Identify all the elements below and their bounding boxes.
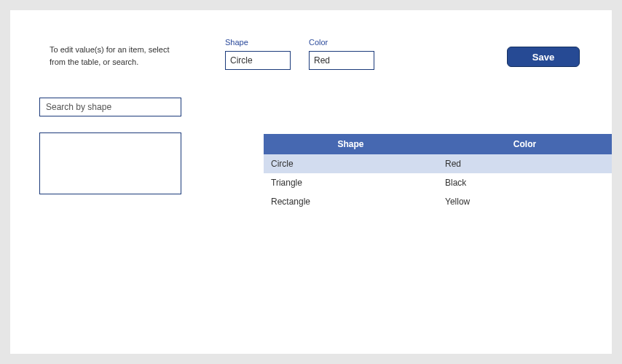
table-cell-color: Black [438, 173, 612, 192]
table-cell-color: Red [438, 154, 612, 173]
table-cell-color: Yellow [438, 192, 612, 211]
search-results-box[interactable] [39, 132, 181, 194]
table-header-color: Color [438, 134, 612, 154]
table-header-row: Shape Color [264, 134, 612, 154]
table-cell-shape: Triangle [264, 173, 438, 192]
app-canvas: To edit value(s) for an item, select fro… [10, 10, 612, 354]
table-row[interactable]: Circle Red [264, 154, 612, 173]
table-row[interactable]: Triangle Black [264, 173, 612, 192]
table-header-shape: Shape [264, 134, 438, 154]
color-field-label: Color [309, 38, 374, 47]
color-field-group: Color [309, 38, 374, 70]
table-cell-shape: Circle [264, 154, 438, 173]
shape-input[interactable] [225, 51, 291, 70]
color-input[interactable] [309, 51, 374, 70]
items-table: Shape Color Circle Red Triangle Black Re… [264, 134, 612, 211]
search-input[interactable] [39, 98, 181, 116]
instructions-text: To edit value(s) for an item, select fro… [50, 44, 181, 68]
shape-field-group: Shape [225, 38, 291, 70]
table-row[interactable]: Rectangle Yellow [264, 192, 612, 211]
table-cell-shape: Rectangle [264, 192, 438, 211]
save-button[interactable]: Save [507, 47, 580, 67]
shape-field-label: Shape [225, 38, 291, 47]
window-frame: To edit value(s) for an item, select fro… [0, 0, 622, 364]
